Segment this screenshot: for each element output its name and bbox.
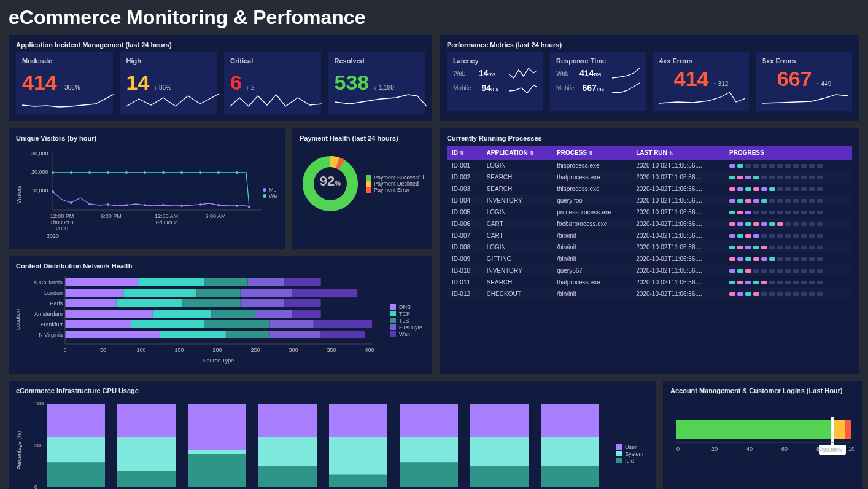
table-row[interactable]: ID-001LOGINthisprocess.exe2020-10-02T11:… — [447, 160, 852, 171]
sort-icon: ⇅ — [669, 151, 673, 156]
svg-rect-144 — [616, 451, 622, 456]
visitors-panel: Unique Visitors (by hour) Visitors 30,00… — [9, 128, 285, 249]
table-row[interactable]: ID-005LOGINprocessprocess.exe2020-10-02T… — [447, 206, 852, 218]
label: Critical — [230, 57, 315, 65]
svg-text:Paris: Paris — [50, 300, 63, 307]
svg-rect-50 — [204, 278, 247, 286]
svg-rect-142 — [616, 444, 622, 450]
table-row[interactable]: ID-003SEARCHthisprocess.exe2020-10-02T11… — [447, 183, 852, 195]
svg-rect-60 — [65, 299, 116, 307]
table-row[interactable]: ID-008LOGIN/bin/init2020-10-02T11:06:56.… — [447, 241, 852, 253]
svg-rect-121 — [258, 466, 317, 487]
svg-rect-119 — [188, 404, 246, 450]
cdn-title: Content Distribution Network Health — [16, 262, 425, 270]
svg-point-22 — [125, 204, 128, 206]
perf-panel: Performance Metrics (last 24 hours) Late… — [440, 35, 859, 121]
svg-point-26 — [199, 203, 201, 206]
col-proc[interactable]: PROCESS⇅ — [552, 146, 631, 160]
svg-text:40: 40 — [746, 446, 753, 452]
svg-text:Wait: Wait — [399, 331, 410, 337]
svg-point-13 — [180, 171, 183, 174]
table-row[interactable]: ID-010INVENTORYquery5672020-10-02T11:06:… — [447, 265, 852, 276]
svg-point-29 — [248, 206, 250, 208]
svg-rect-74 — [204, 320, 269, 328]
svg-text:Fri Oct 2: Fri Oct 2 — [156, 219, 177, 225]
sort-icon: ⇅ — [460, 151, 464, 156]
web-val: 14 — [479, 68, 489, 78]
table-row[interactable]: ID-002SEARCHthatprocess.exe2020-10-02T11… — [447, 171, 852, 183]
label: 4xx Errors — [659, 57, 743, 65]
svg-point-23 — [144, 204, 146, 206]
svg-text:Amsterdam: Amsterdam — [34, 311, 63, 317]
svg-rect-48 — [65, 278, 138, 286]
svg-text:First Byte: First Byte — [399, 324, 422, 331]
svg-rect-148 — [676, 420, 832, 439]
svg-point-27 — [217, 204, 220, 206]
svg-rect-78 — [65, 331, 160, 338]
value: 538 — [335, 72, 370, 93]
svg-rect-79 — [160, 331, 226, 338]
svg-rect-134 — [470, 437, 529, 466]
label: Response Time — [556, 57, 640, 65]
payment-panel: Payment Health (last 24 hours) 92% Payme… — [292, 128, 432, 249]
svg-rect-118 — [188, 450, 246, 454]
svg-text:100: 100 — [34, 401, 44, 407]
svg-text:London: London — [44, 290, 63, 296]
svg-rect-103 — [390, 331, 396, 337]
svg-text:Idle: Idle — [625, 458, 634, 464]
svg-rect-54 — [65, 289, 123, 297]
cdn-chart: Location N CaliforniaLondonParisAmsterda… — [16, 273, 425, 366]
svg-text:250: 250 — [250, 347, 260, 353]
svg-rect-115 — [117, 404, 176, 437]
svg-point-21 — [107, 203, 109, 206]
logins-chart: 89.00% 0 20 40 60 80 100 — [670, 417, 854, 484]
card-4xx: 4xx Errors 414 ↑ 312 — [653, 52, 749, 111]
visitors-title: Unique Visitors (by hour) — [16, 135, 277, 142]
svg-text:300: 300 — [289, 347, 298, 353]
svg-rect-138 — [541, 437, 599, 466]
processes-panel: Currently Running Processes ID⇅ APPLICAT… — [440, 128, 859, 374]
svg-rect-122 — [258, 437, 317, 466]
cdn-panel: Content Distribution Network Health Loca… — [9, 256, 432, 374]
svg-text:2020: 2020 — [47, 233, 59, 239]
table-row[interactable]: ID-012CHECKOUT/bin/init2020-10-02T11:06:… — [447, 288, 852, 300]
ms: ms — [488, 71, 495, 77]
svg-text:6:00 PM: 6:00 PM — [101, 213, 122, 219]
table-row[interactable]: ID-004INVENTORYquery foo2020-10-02T11:06… — [447, 195, 852, 206]
svg-rect-70 — [292, 310, 321, 318]
svg-rect-80 — [226, 331, 269, 338]
col-app[interactable]: APPLICATION⇅ — [482, 146, 552, 160]
svg-text:12:00 PM: 12:00 PM — [50, 213, 74, 219]
svg-rect-61 — [116, 299, 182, 307]
mob-val: 94 — [481, 83, 491, 93]
col-id[interactable]: ID⇅ — [447, 146, 482, 160]
svg-rect-76 — [314, 320, 372, 328]
table-row[interactable]: ID-006CARTfoobarprocess.exe2020-10-02T11… — [447, 218, 852, 230]
svg-rect-137 — [541, 466, 599, 487]
svg-rect-130 — [400, 437, 458, 463]
table-row[interactable]: ID-009GIFTING/bin/init2020-10-02T11:06:5… — [447, 253, 852, 265]
svg-text:TCP: TCP — [399, 311, 410, 317]
svg-point-8 — [88, 171, 91, 174]
svg-rect-117 — [188, 454, 246, 487]
svg-point-20 — [88, 203, 91, 205]
svg-rect-126 — [329, 437, 387, 475]
delta: ↑ 449 — [816, 80, 831, 87]
svg-rect-75 — [269, 320, 313, 328]
svg-rect-95 — [390, 304, 396, 310]
svg-text:20: 20 — [711, 446, 718, 452]
table-row[interactable]: ID-007CART/bin/init2020-10-02T11:06:56..… — [447, 230, 852, 241]
svg-rect-101 — [390, 324, 396, 330]
delta: ↑ 312 — [713, 80, 728, 87]
ms: ms — [491, 86, 498, 92]
table-row[interactable]: ID-011SEARCHthatprocess.exe2020-10-02T11… — [447, 276, 852, 288]
col-last[interactable]: LAST RUN⇅ — [631, 146, 724, 160]
card-5xx: 5xx Errors 667 ↑ 449 — [756, 52, 852, 111]
svg-point-38 — [263, 188, 266, 192]
svg-text:100: 100 — [848, 446, 854, 452]
payment-title: Payment Health (last 24 hours) — [300, 135, 425, 142]
svg-rect-69 — [255, 310, 292, 318]
label: Latency — [453, 57, 537, 65]
svg-rect-68 — [211, 310, 255, 318]
svg-text:400: 400 — [365, 347, 374, 353]
